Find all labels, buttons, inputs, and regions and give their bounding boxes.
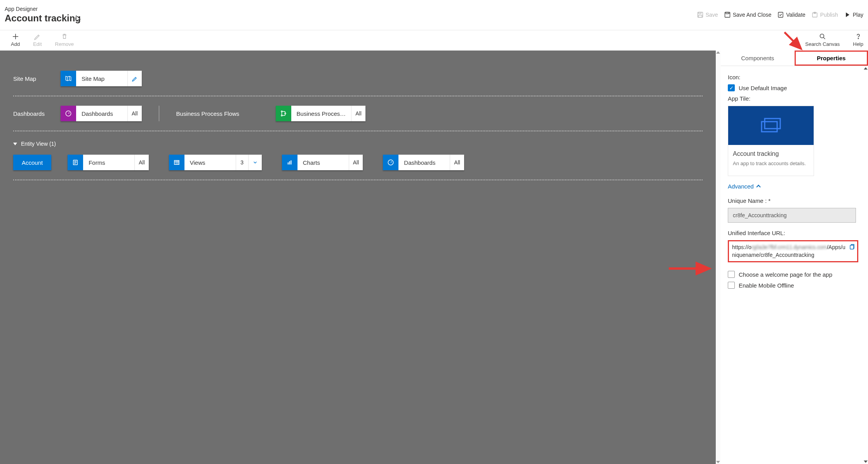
svg-rect-5 xyxy=(778,12,783,17)
svg-point-11 xyxy=(281,111,282,112)
app-tile-label: App Tile: xyxy=(728,95,861,102)
help-button[interactable]: Help xyxy=(853,33,863,47)
search-canvas-button[interactable]: Search Canvas xyxy=(805,33,840,47)
plus-icon xyxy=(12,33,19,40)
mobile-offline-checkbox[interactable] xyxy=(728,282,735,289)
views-count[interactable]: 3 xyxy=(236,155,248,170)
views-icon xyxy=(169,155,184,170)
dashboard-icon xyxy=(383,155,398,170)
scroll-down-icon xyxy=(864,461,868,463)
tool-bar: Add Edit Remove Search Canvas Help xyxy=(0,30,868,51)
svg-rect-4 xyxy=(726,12,728,14)
dashboards-row-label: Dashboards xyxy=(13,110,55,117)
app-tile-preview: Account tracking An app to track account… xyxy=(728,106,814,176)
publish-button: Publish xyxy=(812,12,838,18)
validate-icon xyxy=(778,12,784,18)
svg-rect-21 xyxy=(765,119,780,129)
play-icon xyxy=(844,12,851,18)
unique-name-field: cr8fe_Accounttracking xyxy=(728,208,856,223)
svg-point-13 xyxy=(285,113,286,114)
icon-label: Icon: xyxy=(728,74,861,80)
unified-interface-url: https://org0a3e7fbf.crm11.dynamics.com/A… xyxy=(728,240,858,262)
sitemap-icon xyxy=(61,71,76,86)
entity-account-tile[interactable]: Account xyxy=(13,155,51,170)
unique-name-label: Unique Name : * xyxy=(728,197,861,204)
charts-suffix[interactable]: All xyxy=(349,155,363,170)
svg-point-8 xyxy=(820,34,824,38)
svg-rect-22 xyxy=(850,245,854,249)
views-tile[interactable]: Views 3 xyxy=(169,155,262,170)
forms-tile[interactable]: Forms All xyxy=(68,155,149,170)
svg-rect-20 xyxy=(762,122,777,132)
svg-rect-15 xyxy=(174,160,179,165)
entity-view-toggle[interactable]: Entity View (1) xyxy=(13,141,56,147)
sitemap-edit-button[interactable] xyxy=(127,71,142,86)
save-button: Save xyxy=(697,12,718,18)
dashboard-icon xyxy=(61,106,76,121)
title-bar: App Designer Account tracking Save Save … xyxy=(0,0,868,30)
canvas-scrollbar[interactable] xyxy=(716,51,720,464)
forms-suffix[interactable]: All xyxy=(134,155,149,170)
app-tile-title: Account tracking xyxy=(733,150,809,157)
svg-point-9 xyxy=(858,38,859,39)
play-button[interactable]: Play xyxy=(844,12,863,18)
app-designer-label: App Designer xyxy=(5,6,81,12)
advanced-toggle[interactable]: Advanced xyxy=(728,183,760,190)
use-default-image-label: Use Default Image xyxy=(739,85,787,91)
svg-rect-16 xyxy=(288,162,289,164)
add-button[interactable]: Add xyxy=(11,33,20,47)
tab-properties[interactable]: Properties xyxy=(795,51,868,66)
mobile-offline-label: Enable Mobile Offline xyxy=(739,282,794,289)
welcome-page-checkbox[interactable] xyxy=(728,271,735,278)
canvas-divider xyxy=(159,106,159,121)
tab-components[interactable]: Components xyxy=(721,51,795,66)
scroll-up-icon xyxy=(864,67,868,70)
app-tile-desc: An app to track accounts details. xyxy=(733,160,809,166)
welcome-page-label: Choose a welcome page for the app xyxy=(739,271,832,278)
validate-button[interactable]: Validate xyxy=(778,12,805,18)
bpf-suffix[interactable]: All xyxy=(351,106,365,121)
caret-down-icon xyxy=(13,143,17,145)
trash-icon xyxy=(61,33,68,40)
entity-dashboards-suffix[interactable]: All xyxy=(450,155,464,170)
form-icon xyxy=(68,155,83,170)
main: Site Map Site Map Dashboards xyxy=(0,51,868,464)
save-and-close-button[interactable]: Save And Close xyxy=(724,12,772,18)
svg-rect-2 xyxy=(698,15,702,17)
use-default-image-checkbox[interactable] xyxy=(728,84,735,91)
sitemap-row-label: Site Map xyxy=(13,75,55,82)
save-icon xyxy=(697,12,703,18)
chevron-up-icon xyxy=(756,185,760,189)
dashboards-tile[interactable]: Dashboards All xyxy=(61,106,142,121)
scroll-down-icon xyxy=(716,461,720,463)
svg-rect-1 xyxy=(699,12,701,14)
charts-tile[interactable]: Charts All xyxy=(282,155,363,170)
bpf-row-label: Business Process Flows xyxy=(176,110,270,117)
bpf-icon xyxy=(276,106,291,121)
publish-icon xyxy=(812,12,818,18)
entity-dashboards-tile[interactable]: Dashboards All xyxy=(383,155,464,170)
panel-scrollbar[interactable] xyxy=(863,66,868,464)
search-icon xyxy=(819,33,826,40)
sitemap-tile[interactable]: Site Map xyxy=(61,71,142,86)
url-label: Unified Interface URL: xyxy=(728,230,861,236)
svg-point-12 xyxy=(281,115,282,116)
save-close-icon xyxy=(724,12,731,18)
properties-panel: Components Properties Icon: Use Default … xyxy=(720,51,868,464)
remove-button: Remove xyxy=(55,33,74,47)
help-icon xyxy=(855,33,862,40)
copy-url-button[interactable] xyxy=(849,244,855,252)
svg-rect-18 xyxy=(290,160,291,165)
svg-marker-7 xyxy=(846,12,849,17)
chart-icon xyxy=(282,155,297,170)
app-name: Account tracking xyxy=(5,13,81,24)
views-dropdown[interactable] xyxy=(248,155,262,170)
edit-button: Edit xyxy=(33,33,42,47)
bpf-tile[interactable]: Business Proces… All xyxy=(276,106,365,121)
pencil-icon xyxy=(34,33,41,40)
svg-rect-17 xyxy=(289,161,290,164)
dashboards-suffix[interactable]: All xyxy=(127,106,142,121)
scroll-up-icon xyxy=(716,51,720,54)
canvas[interactable]: Site Map Site Map Dashboards xyxy=(0,51,716,464)
